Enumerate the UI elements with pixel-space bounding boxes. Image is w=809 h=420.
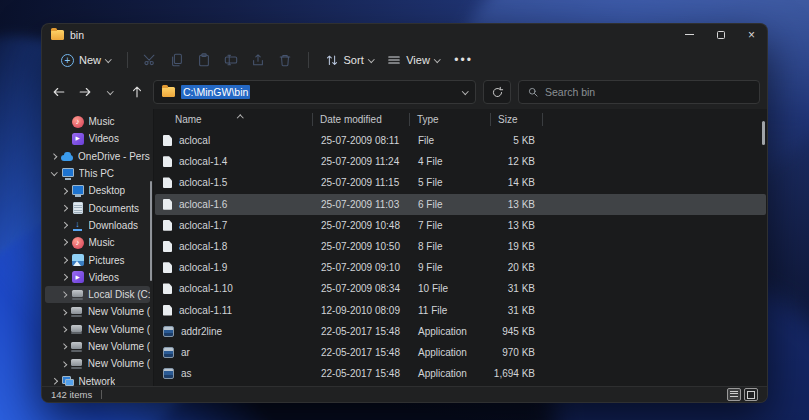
cut-button[interactable]: [137, 49, 164, 71]
sidebar-item-pictures[interactable]: Pictures: [45, 251, 150, 268]
file-row[interactable]: aclocal-1.7 25-07-2009 10:48 7 File 13 K…: [155, 215, 766, 236]
file-name: aclocal-1.5: [179, 177, 227, 188]
chevron-down-icon: [107, 88, 113, 94]
expand-chevron-icon[interactable]: [61, 222, 67, 228]
sidebar-item-music[interactable]: Music: [45, 113, 150, 130]
expand-chevron-icon[interactable]: [61, 344, 67, 350]
view-toggle-buttons: [727, 388, 758, 401]
sidebar-item-network[interactable]: Network: [45, 372, 150, 386]
file-row[interactable]: aclocal-1.5 25-07-2009 11:15 5 File 14 K…: [155, 172, 766, 193]
file-type: Application: [410, 368, 491, 379]
sidebar-item-new-volume-f[interactable]: New Volume (F:): [45, 338, 150, 355]
search-placeholder: Search bin: [545, 86, 595, 98]
chevron-down-icon: [434, 56, 440, 62]
expand-chevron-icon[interactable]: [61, 291, 67, 297]
sidebar-item-this-pc[interactable]: This PC: [45, 165, 150, 182]
expand-chevron-icon[interactable]: [51, 153, 57, 159]
expand-chevron-icon[interactable]: [61, 309, 67, 315]
large-icons-view-button[interactable]: [744, 388, 758, 401]
desktop-icon: [72, 185, 84, 197]
file-row[interactable]: aclocal-1.8 25-07-2009 10:50 8 File 19 K…: [155, 236, 766, 257]
expand-chevron-icon[interactable]: [61, 361, 67, 367]
sidebar-scrollbar[interactable]: [150, 181, 153, 281]
sort-button[interactable]: Sort: [318, 49, 381, 71]
share-button[interactable]: [245, 49, 272, 71]
file-row[interactable]: ar 22-05-2017 15:48 Application 970 KB: [155, 342, 766, 363]
sidebar-item-desktop[interactable]: Desktop: [45, 182, 150, 199]
rename-button[interactable]: [218, 49, 245, 71]
recent-locations-button[interactable]: [101, 81, 120, 103]
column-header-date-modified[interactable]: Date modified: [312, 114, 409, 125]
file-list-scrollbar[interactable]: [762, 121, 765, 145]
copy-button[interactable]: [164, 49, 191, 71]
sidebar-item-new-volume-g[interactable]: New Volume (G:): [45, 355, 150, 372]
file-row[interactable]: addr2line 22-05-2017 15:48 Application 9…: [155, 321, 766, 342]
expand-chevron-icon[interactable]: [51, 378, 57, 384]
expand-chevron-icon[interactable]: [61, 274, 67, 280]
explorer-window: bin × + New: [41, 23, 768, 403]
file-row[interactable]: aclocal-1.10 25-07-2009 08:34 10 File 31…: [155, 278, 766, 299]
column-divider[interactable]: [409, 113, 410, 126]
expand-chevron-icon[interactable]: [61, 205, 67, 211]
file-row[interactable]: aclocal-1.11 12-09-2010 08:09 11 File 31…: [155, 300, 766, 321]
file-rows: aclocal 25-07-2009 08:11 File 5 KB acloc…: [154, 130, 767, 386]
back-button[interactable]: [49, 81, 68, 103]
item-count: 142 items: [51, 389, 92, 400]
address-input[interactable]: C:\MinGW\bin: [153, 80, 476, 104]
view-button[interactable]: View: [380, 49, 446, 71]
close-button[interactable]: ×: [736, 24, 767, 45]
navigation-pane: Music Videos OneDrive - Person This PC D…: [42, 109, 153, 386]
minimize-button[interactable]: [674, 24, 705, 45]
maximize-icon: [717, 31, 725, 39]
sidebar-item-downloads[interactable]: Downloads: [45, 217, 150, 234]
window-controls: ×: [674, 24, 767, 45]
sidebar-item-new-volume-e[interactable]: New Volume (E:): [45, 321, 150, 338]
file-row-partial[interactable]: [155, 384, 766, 386]
sidebar-item-videos[interactable]: Videos: [45, 269, 150, 286]
refresh-button[interactable]: [483, 80, 511, 104]
see-more-button[interactable]: •••: [454, 53, 473, 67]
column-divider[interactable]: [490, 113, 491, 126]
column-header-name[interactable]: Name: [154, 114, 312, 125]
address-dropdown-chevron-icon[interactable]: [462, 88, 468, 94]
disk-icon: [71, 323, 83, 335]
sidebar-item-music[interactable]: Music: [45, 234, 150, 251]
expand-chevron-icon[interactable]: [61, 188, 67, 194]
delete-button[interactable]: [272, 49, 299, 71]
column-header-size[interactable]: Size: [490, 114, 542, 125]
up-button[interactable]: [127, 81, 146, 103]
file-row[interactable]: aclocal-1.6 25-07-2009 11:03 6 File 13 K…: [155, 194, 766, 215]
sidebar-item-local-disk-c[interactable]: Local Disk (C:): [45, 286, 150, 303]
file-size: 20 KB: [491, 262, 543, 273]
file-row[interactable]: aclocal 25-07-2009 08:11 File 5 KB: [155, 130, 766, 151]
sort-button-label: Sort: [344, 54, 364, 66]
titlebar[interactable]: bin ×: [42, 24, 767, 45]
folder-icon: [162, 87, 175, 97]
sidebar-item-onedrive-person[interactable]: OneDrive - Person: [45, 148, 150, 165]
paste-button[interactable]: [191, 49, 218, 71]
file-size: 5 KB: [491, 135, 543, 146]
file-name: aclocal-1.9: [179, 262, 227, 273]
search-input[interactable]: Search bin: [518, 80, 760, 104]
sidebar-item-documents[interactable]: Documents: [45, 199, 150, 216]
expand-chevron-icon[interactable]: [61, 326, 67, 332]
expand-chevron-icon[interactable]: [61, 257, 67, 263]
file-name: aclocal-1.6: [179, 199, 227, 210]
column-divider[interactable]: [312, 113, 313, 126]
sidebar-item-label: New Volume (D:): [88, 306, 150, 317]
forward-button[interactable]: [75, 81, 94, 103]
details-view-button[interactable]: [727, 388, 741, 401]
column-divider[interactable]: [542, 113, 543, 126]
status-divider: [101, 390, 102, 399]
expand-chevron-icon[interactable]: [51, 169, 57, 175]
column-header-type[interactable]: Type: [409, 114, 490, 125]
sidebar-item-new-volume-d[interactable]: New Volume (D:): [45, 303, 150, 320]
sidebar-item-videos[interactable]: Videos: [45, 130, 150, 147]
new-button[interactable]: + New: [54, 49, 118, 71]
expand-chevron-icon[interactable]: [61, 240, 67, 246]
music-icon: [72, 237, 84, 249]
maximize-button[interactable]: [705, 24, 736, 45]
file-row[interactable]: aclocal-1.4 25-07-2009 11:24 4 File 12 K…: [155, 151, 766, 172]
file-row[interactable]: as 22-05-2017 15:48 Application 1,694 KB: [155, 363, 766, 384]
file-row[interactable]: aclocal-1.9 25-07-2009 09:10 9 File 20 K…: [155, 257, 766, 278]
